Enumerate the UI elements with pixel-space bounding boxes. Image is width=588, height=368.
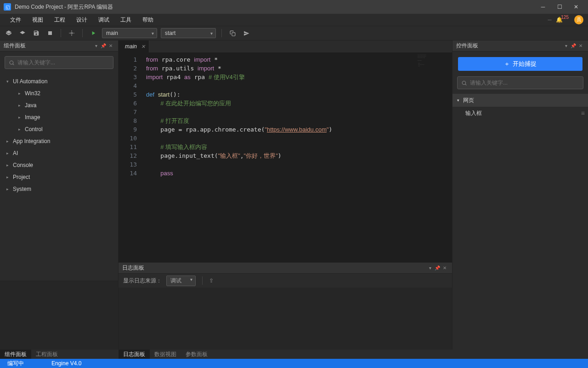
- status-mode: 编写中: [7, 360, 24, 368]
- search-icon: [461, 80, 467, 86]
- pin-icon[interactable]: 📌: [100, 43, 107, 48]
- log-panel: 日志面板 ▾ 📌 ✕ 显示日志来源： 调试 ⇪: [119, 262, 452, 350]
- menu-设计[interactable]: 设计: [71, 14, 93, 26]
- script-select[interactable]: main: [102, 28, 157, 38]
- control-search[interactable]: [457, 76, 583, 89]
- log-source-label: 显示日志来源：: [123, 277, 162, 285]
- panel-close-icon[interactable]: ✕: [577, 43, 584, 48]
- send-icon[interactable]: [241, 28, 251, 38]
- component-tree: ▾UI Automation▸Win32▸Java▸Image▸Control▸…: [0, 74, 118, 281]
- bell-icon[interactable]: 🔔125: [556, 17, 571, 23]
- left-bottom-area: [0, 281, 118, 350]
- svg-rect-0: [48, 31, 52, 35]
- layers-icon[interactable]: [4, 28, 14, 38]
- tree-Console[interactable]: ▸Console: [0, 159, 118, 171]
- control-panel-header: 控件面板 ▾ 📌 ✕: [452, 40, 588, 52]
- svg-point-1: [71, 32, 73, 34]
- menu-帮助[interactable]: 帮助: [137, 14, 159, 26]
- close-button[interactable]: ✕: [568, 0, 584, 14]
- maximize-button[interactable]: ☐: [551, 0, 568, 14]
- panel-menu-icon[interactable]: ▾: [562, 43, 570, 48]
- tree-AI[interactable]: ▸AI: [0, 147, 118, 159]
- capture-button[interactable]: ＋ 开始捕捉: [458, 57, 582, 71]
- toolbar: main start: [0, 26, 588, 40]
- btab-组件面板[interactable]: 组件面板: [0, 350, 31, 359]
- chevron-down-icon: ▾: [457, 98, 459, 103]
- btab-工程面板[interactable]: 工程面板: [31, 350, 62, 359]
- window-title: Demo Code Project - 阿里云RPA 编辑器: [15, 3, 535, 11]
- search-icon: [9, 60, 15, 66]
- status-engine: Engine V4.0: [51, 360, 81, 367]
- tree-Java[interactable]: ▸Java: [0, 99, 118, 111]
- svg-point-3: [10, 61, 13, 64]
- titlebar: ◱ Demo Code Project - 阿里云RPA 编辑器 ─ ☐ ✕: [0, 0, 588, 14]
- tree-Control[interactable]: ▸Control: [0, 123, 118, 135]
- btab-数据视图[interactable]: 数据视图: [150, 350, 181, 359]
- panel-close-icon[interactable]: ✕: [107, 43, 114, 48]
- component-panel-header: 组件面板 ▾ 📌 ✕: [0, 40, 118, 52]
- minimap[interactable]: from rpa.core import *from rpa utils imp…: [415, 52, 452, 262]
- control-item[interactable]: 输入框≡: [452, 107, 588, 120]
- control-search-input[interactable]: [470, 80, 579, 86]
- pin-icon[interactable]: 📌: [434, 265, 441, 270]
- panel-close-icon[interactable]: ✕: [441, 265, 448, 270]
- log-export-icon[interactable]: ⇪: [209, 277, 214, 284]
- drag-handle-icon[interactable]: ≡: [581, 109, 583, 117]
- menu-文件[interactable]: 文件: [5, 14, 27, 26]
- tree-App Integration[interactable]: ▸App Integration: [0, 135, 118, 147]
- layers2-icon[interactable]: [17, 28, 28, 38]
- code-editor[interactable]: from rpa.core import * from rpa.utils im…: [141, 52, 415, 262]
- tree-Image[interactable]: ▸Image: [0, 111, 118, 123]
- play-button[interactable]: [88, 28, 98, 38]
- plus-icon: ＋: [504, 60, 510, 68]
- pin-icon[interactable]: 📌: [570, 43, 577, 48]
- tree-Win32[interactable]: ▸Win32: [0, 87, 118, 99]
- component-search[interactable]: [5, 56, 113, 69]
- log-panel-header: 日志面板 ▾ 📌 ✕: [119, 263, 452, 274]
- menu-工程[interactable]: 工程: [49, 14, 71, 26]
- svg-rect-2: [232, 32, 235, 35]
- panel-menu-icon[interactable]: ▾: [92, 43, 100, 48]
- stop-icon[interactable]: [45, 28, 55, 38]
- tree-UI Automation[interactable]: ▾UI Automation: [0, 75, 118, 87]
- avatar[interactable]: 员: [574, 15, 583, 24]
- target-icon[interactable]: [67, 28, 77, 38]
- tab-close-icon[interactable]: ✕: [141, 44, 145, 50]
- menu-调试[interactable]: 调试: [93, 14, 115, 26]
- editor-area: main ✕ 1234567891011121314 from rpa.core…: [119, 40, 452, 350]
- editor-tabs: main ✕: [119, 40, 452, 52]
- svg-point-4: [462, 81, 466, 85]
- panel-menu-icon[interactable]: ▾: [426, 265, 434, 270]
- line-gutter: 1234567891011121314: [119, 52, 141, 262]
- component-panel: 组件面板 ▾ 📌 ✕ ▾UI Automation▸Win32▸Java▸Ima…: [0, 40, 119, 350]
- control-category[interactable]: ▾ 网页: [452, 94, 588, 107]
- tree-System[interactable]: ▸System: [0, 183, 118, 195]
- bottom-tabs: 组件面板工程面板 日志面板数据视图参数面板: [0, 350, 588, 359]
- btab-日志面板[interactable]: 日志面板: [119, 350, 150, 359]
- menubar: 文件视图工程设计调试工具帮助 ⸺ 🔔125 员: [0, 14, 588, 26]
- btab-参数面板[interactable]: 参数面板: [181, 350, 212, 359]
- component-search-input[interactable]: [17, 59, 109, 66]
- control-panel: 控件面板 ▾ 📌 ✕ ＋ 开始捕捉 ▾ 网页 输入框≡: [452, 40, 588, 350]
- editor-tab-main[interactable]: main ✕: [119, 40, 149, 52]
- log-content: [119, 288, 452, 350]
- copy-icon[interactable]: [227, 28, 237, 38]
- function-select[interactable]: start: [161, 28, 216, 38]
- tree-Project[interactable]: ▸Project: [0, 171, 118, 183]
- app-logo-icon: ◱: [4, 3, 11, 11]
- statusbar: 编写中 Engine V4.0: [0, 359, 588, 368]
- menu-视图[interactable]: 视图: [27, 14, 49, 26]
- save-icon[interactable]: [31, 28, 41, 38]
- log-source-select[interactable]: 调试: [166, 276, 196, 286]
- minimize-button[interactable]: ─: [535, 0, 551, 14]
- menu-工具[interactable]: 工具: [115, 14, 137, 26]
- status-code: ⸺: [547, 17, 552, 23]
